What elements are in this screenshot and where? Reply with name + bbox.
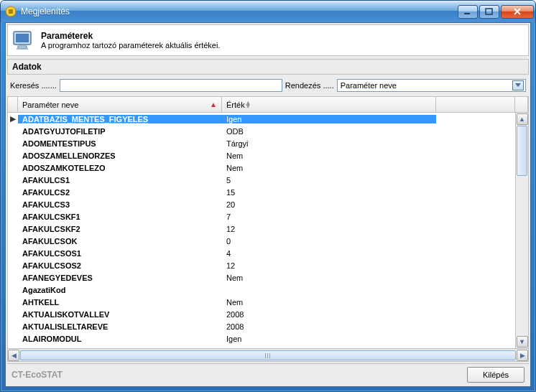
hscroll-track[interactable]: ||| [20, 350, 516, 360]
cell-value: Nem [222, 164, 436, 172]
scroll-track[interactable] [516, 126, 528, 335]
chevron-down-icon [512, 80, 524, 90]
cell-name: ADOSZAMELLENORZES [18, 151, 222, 160]
section-title: Adatok [7, 59, 529, 75]
cell-value: Tárgyi [222, 139, 436, 148]
svg-rect-5 [16, 34, 29, 42]
svg-rect-3 [486, 9, 492, 14]
table-row[interactable]: AFAKULCS15 [8, 174, 515, 186]
cell-value: Nem [222, 274, 436, 282]
cell-name: AFAKULCS2 [18, 188, 222, 197]
cell-name: AFAKULCSKF1 [18, 213, 222, 221]
maximize-button[interactable] [479, 5, 499, 19]
horizontal-scrollbar[interactable]: ◀ ||| ▶ [8, 348, 528, 361]
sort-asc-icon: ▲ [210, 101, 217, 108]
cell-name: ADATGYUJTOFILETIP [18, 127, 222, 136]
cell-name: ADOSZAMKOTELEZO [18, 164, 222, 172]
column-indicator[interactable] [8, 97, 18, 112]
minimize-button[interactable] [458, 5, 478, 19]
column-name[interactable]: Paraméter neve ▲ [18, 97, 222, 112]
table-row[interactable]: AFAKULCSOS14 [8, 247, 515, 259]
header-title: Paraméterek [41, 31, 220, 41]
cell-value: Nem [222, 298, 436, 307]
table-row[interactable]: AFAKULCSKF212 [8, 223, 515, 235]
app-window: Megjelenítés Paraméterek A programhoz ta… [0, 0, 536, 392]
scroll-left-button[interactable]: ◀ [8, 350, 19, 361]
table-row[interactable]: AFAKULCSOK0 [8, 235, 515, 247]
sort-icon: ▲▼ [245, 101, 251, 108]
monitor-icon [12, 29, 35, 52]
table-row[interactable]: AKTUALISLELTAREVE2008 [8, 320, 515, 332]
cell-name: AKTUALISKOTVALLEV [18, 310, 222, 319]
cell-value: 5 [222, 176, 436, 185]
table-row[interactable]: AFANEGYEDEVESNem [8, 271, 515, 284]
cell-value: Igen [222, 335, 436, 343]
header-subtitle: A programhoz tartozó paraméterek aktuáli… [41, 41, 220, 50]
sort-select-value: Paraméter neve [341, 81, 397, 90]
table-row[interactable]: AgazatiKod [8, 284, 515, 296]
table-row[interactable]: ADOMENTESTIPUSTárgyi [8, 137, 515, 149]
search-row: Keresés ....... Rendezés ..... Paraméter… [7, 78, 529, 93]
table-row[interactable]: ALAIROMODULIgen [8, 332, 515, 345]
column-value[interactable]: Érték ▲▼ [222, 97, 436, 112]
cell-value: ODB [222, 127, 436, 136]
cell-name: AgazatiKod [18, 286, 222, 294]
cell-name: AKTUALISLELTAREVE [18, 322, 222, 331]
grid-body[interactable]: ▶ADATBAZIS_MENTES_FIGYELESIgenADATGYUJTO… [8, 113, 515, 348]
cell-name: ALAIROMODUL [18, 335, 222, 343]
titlebar[interactable]: Megjelenítés [1, 1, 535, 22]
footer: CT-EcoSTAT Kilépés [7, 363, 529, 385]
cell-name: AFANEGYEDEVES [18, 274, 222, 282]
search-input[interactable] [60, 79, 282, 92]
scroll-up-button[interactable]: ▲ [517, 113, 528, 125]
close-button[interactable] [501, 5, 534, 19]
window-buttons [458, 5, 534, 19]
cell-value: Igen [222, 115, 436, 123]
app-icon [5, 6, 17, 17]
svg-rect-6 [18, 46, 27, 48]
cell-name: AFAKULCSKF2 [18, 225, 222, 233]
cell-name: AHTKELL [18, 298, 222, 307]
grid-header: Paraméter neve ▲ Érték ▲▼ [8, 97, 528, 113]
table-row[interactable]: AFAKULCSOS212 [8, 259, 515, 271]
cell-name: AFAKULCSOS1 [18, 249, 222, 258]
cell-name: AFAKULCS3 [18, 200, 222, 209]
cell-name: AFAKULCS1 [18, 176, 222, 185]
table-row[interactable]: AHTKELLNem [8, 296, 515, 308]
table-row[interactable]: AKTUALISKOTVALLEV2008 [8, 308, 515, 320]
cell-value: 2008 [222, 322, 436, 331]
table-row[interactable]: ▶ADATBAZIS_MENTES_FIGYELESIgen [8, 113, 515, 125]
vertical-scrollbar[interactable]: ▲ ▼ [515, 113, 528, 348]
hscroll-thumb[interactable]: ||| [20, 350, 516, 360]
cell-value: 0 [222, 237, 436, 246]
client-area: Paraméterek A programhoz tartozó paramét… [5, 22, 531, 387]
column-spacer [436, 97, 515, 112]
table-row[interactable]: ADOSZAMELLENORZESNem [8, 149, 515, 162]
scroll-thumb[interactable] [517, 126, 527, 176]
svg-rect-2 [464, 13, 470, 14]
svg-rect-1 [9, 9, 13, 14]
cell-value: 20 [222, 200, 436, 209]
scroll-down-button[interactable]: ▼ [517, 336, 528, 347]
header-panel: Paraméterek A programhoz tartozó paramét… [7, 24, 529, 56]
table-row[interactable]: AFAKULCS320 [8, 198, 515, 210]
cell-name: ADOMENTESTIPUS [18, 139, 222, 148]
cell-value: 4 [222, 249, 436, 258]
table-row[interactable]: AFAKULCS215 [8, 186, 515, 198]
svg-rect-7 [17, 48, 28, 50]
cell-value: 12 [222, 225, 436, 233]
cell-value: 12 [222, 261, 436, 270]
cell-value: 15 [222, 188, 436, 197]
cell-name: AFAKULCSOS2 [18, 261, 222, 270]
sort-select[interactable]: Paraméter neve [337, 79, 526, 92]
window-title: Megjelenítés [21, 6, 458, 17]
table-row[interactable]: ADOSZAMKOTELEZONem [8, 162, 515, 174]
cell-value: Nem [222, 151, 436, 160]
table-row[interactable]: ADATGYUJTOFILETIPODB [8, 125, 515, 137]
cell-value: 2008 [222, 310, 436, 319]
data-grid: Paraméter neve ▲ Érték ▲▼ ▶ADATBAZIS_MEN… [7, 96, 529, 362]
exit-button[interactable]: Kilépés [467, 367, 525, 383]
scroll-right-button[interactable]: ▶ [517, 350, 528, 361]
table-row[interactable]: AFAKULCSKF17 [8, 210, 515, 223]
column-scroll-gutter [515, 97, 528, 112]
